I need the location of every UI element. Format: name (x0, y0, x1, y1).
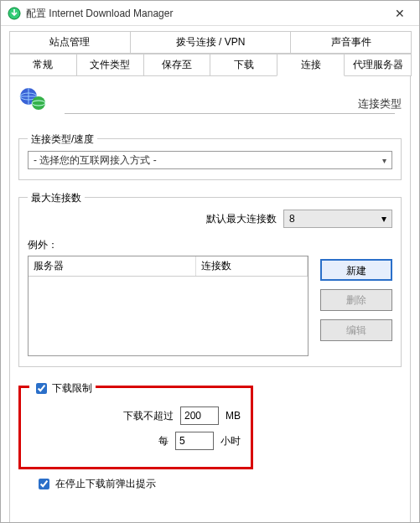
download-limit-checkbox[interactable] (36, 383, 47, 394)
popup-before-stop-checkbox[interactable] (39, 479, 49, 489)
per-label: 每 (158, 434, 169, 448)
group-download-limit: 下载限制 下载不超过 MB 每 小时 (18, 386, 253, 469)
new-button[interactable]: 新建 (320, 259, 392, 281)
panel-header-label: 连接类型 (358, 96, 402, 113)
title-bar: 配置 Internet Download Manager ✕ (1, 1, 419, 26)
per-hours-unit: 小时 (220, 434, 241, 448)
dl-mb-input[interactable] (180, 406, 219, 425)
svg-point-3 (32, 96, 45, 110)
popup-before-stop-label: 在停止下载前弹出提示 (55, 477, 156, 491)
chevron-down-icon: ▾ (381, 213, 386, 225)
legend-connection-type: 连接类型/速度 (28, 132, 97, 147)
tab-filetypes[interactable]: 文件类型 (76, 54, 144, 76)
tab-sound-events[interactable]: 声音事件 (290, 31, 412, 54)
tab-dialup-vpn[interactable]: 拨号连接 / VPN (130, 31, 291, 54)
combo-default-max-value: 8 (289, 213, 295, 225)
tab-site-manage[interactable]: 站点管理 (9, 31, 131, 54)
combo-connection-type[interactable]: - 选择您的互联网接入方式 - ▾ (28, 151, 392, 169)
default-max-label: 默认最大连接数 (206, 212, 277, 226)
chevron-down-icon: ▾ (382, 156, 386, 165)
table-header-row: 服务器 连接数 (29, 256, 308, 277)
legend-max-connections: 最大连接数 (28, 191, 85, 205)
app-icon (8, 7, 21, 20)
tabs-lower: 常规 文件类型 保存至 下载 连接 代理服务器 (9, 54, 411, 76)
tab-connection[interactable]: 连接 (277, 54, 345, 76)
dl-mb-unit: MB (226, 410, 241, 422)
connection-panel: 连接类型 连接类型/速度 - 选择您的互联网接入方式 - ▾ 最大连接数 默认最… (9, 75, 411, 523)
tab-saveto[interactable]: 保存至 (143, 54, 211, 76)
close-button[interactable]: ✕ (381, 1, 419, 26)
tab-proxy[interactable]: 代理服务器 (344, 54, 412, 76)
group-max-connections: 最大连接数 默认最大连接数 8 ▾ 例外： 服务器 连接数 新建 (18, 197, 402, 367)
delete-button[interactable]: 删除 (320, 289, 392, 311)
exceptions-label: 例外： (28, 238, 392, 252)
th-server[interactable]: 服务器 (29, 256, 196, 276)
tab-general[interactable]: 常规 (9, 54, 77, 76)
tabs-upper: 站点管理 拨号连接 / VPN 声音事件 (9, 31, 411, 54)
window-title: 配置 Internet Download Manager (26, 1, 381, 26)
dl-not-exceed-label: 下载不超过 (123, 409, 174, 423)
legend-download-limit: 下载限制 (52, 381, 92, 396)
tab-download[interactable]: 下载 (210, 54, 277, 76)
combo-default-max[interactable]: 8 ▾ (283, 210, 392, 228)
globe-icon (18, 85, 47, 113)
group-connection-type: 连接类型/速度 - 选择您的互联网接入方式 - ▾ (18, 138, 402, 180)
combo-value: - 选择您的互联网接入方式 - (34, 153, 382, 168)
per-hours-input[interactable] (175, 432, 214, 450)
th-connections[interactable]: 连接数 (196, 256, 308, 276)
exceptions-table[interactable]: 服务器 连接数 (28, 256, 309, 356)
edit-button[interactable]: 编辑 (320, 319, 392, 341)
header-divider (65, 113, 395, 114)
